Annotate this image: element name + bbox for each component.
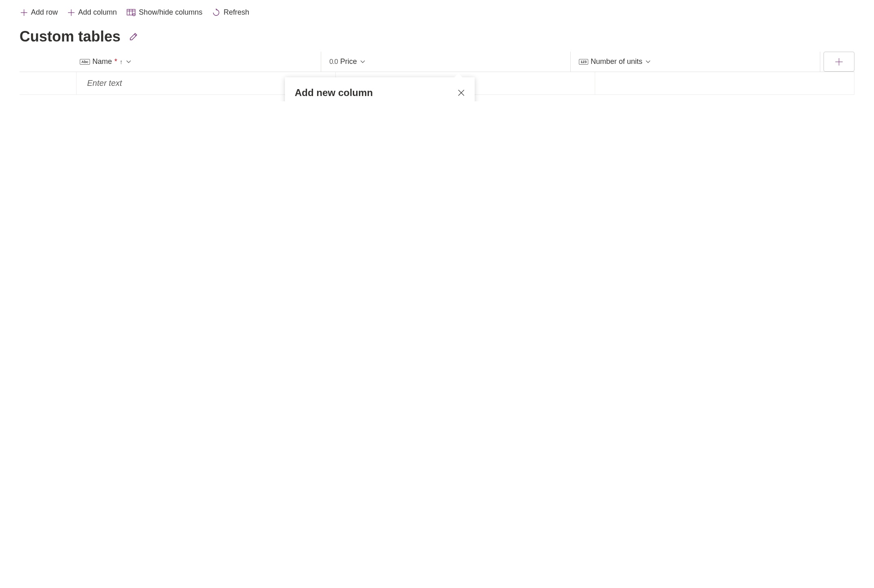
chevron-down-icon[interactable] (126, 60, 131, 63)
required-asterisk: * (114, 57, 117, 66)
column-header-units[interactable]: 123 Number of units (571, 52, 820, 72)
svg-line-10 (134, 34, 136, 36)
decimal-type-icon: 0.0 (329, 58, 338, 66)
add-column-plus-button[interactable] (824, 52, 854, 72)
plus-icon (20, 9, 28, 16)
add-row-label: Add row (31, 8, 58, 17)
cell-units[interactable] (595, 72, 854, 94)
column-header-price[interactable]: 0.0 Price (321, 52, 571, 72)
chevron-down-icon[interactable] (360, 60, 365, 63)
close-button[interactable] (458, 89, 465, 96)
toolbar: Add row Add column Show/hide columns (20, 7, 854, 18)
flyout-header: Add new column (295, 87, 465, 98)
show-hide-columns-button[interactable]: Show/hide columns (126, 7, 203, 18)
column-units-label: Number of units (591, 57, 642, 66)
sort-asc-icon: ↑ (120, 58, 123, 65)
plus-icon (68, 9, 75, 16)
refresh-button[interactable]: Refresh (211, 7, 250, 18)
refresh-label: Refresh (223, 8, 249, 17)
number-type-icon: 123 (579, 59, 588, 65)
add-column-label: Add column (78, 8, 117, 17)
plus-icon (835, 57, 843, 66)
close-icon (458, 89, 465, 96)
columns-icon (127, 9, 136, 16)
table-header: Abc Name * ↑ 0.0 Price 123 Number of uni… (20, 52, 854, 72)
pencil-icon[interactable] (129, 32, 138, 42)
chevron-down-icon[interactable] (646, 60, 651, 63)
refresh-icon (212, 9, 220, 17)
row-handle[interactable] (20, 72, 77, 94)
row-handle-header (20, 52, 77, 72)
flyout-title: Add new column (295, 87, 373, 98)
add-column-flyout: Add new column Name * Type * fx For (285, 77, 475, 101)
name-placeholder: Enter text (87, 79, 122, 88)
show-hide-label: Show/hide columns (139, 8, 202, 17)
column-price-label: Price (340, 57, 357, 66)
title-row: Custom tables (20, 28, 854, 45)
page-title: Custom tables (20, 28, 120, 45)
svg-point-9 (134, 14, 134, 15)
text-type-icon: Abc (80, 59, 90, 65)
add-row-button[interactable]: Add row (20, 7, 59, 18)
column-name-label: Name (92, 57, 112, 66)
add-column-button[interactable]: Add column (67, 7, 118, 18)
column-header-name[interactable]: Abc Name * ↑ (77, 52, 321, 72)
